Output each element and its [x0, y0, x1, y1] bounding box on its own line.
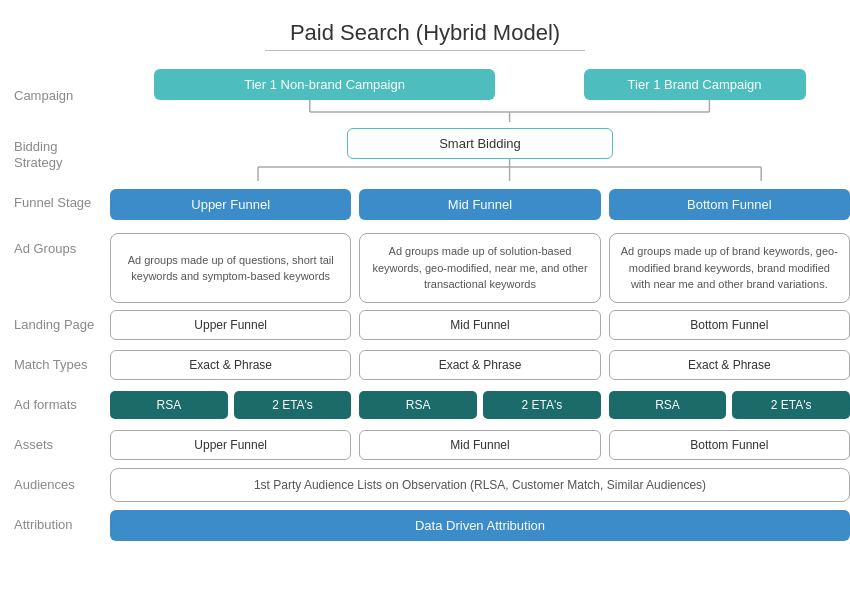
upper-rsa-box: RSA [110, 391, 228, 419]
mid-eta-box: 2 ETA's [483, 391, 601, 419]
campaign-label: Campaign [0, 88, 110, 104]
mid-funnel-col: Mid Funnel [359, 189, 600, 220]
landing-content: Upper Funnel Mid Funnel Bottom Funnel [110, 310, 850, 340]
campaign-connector [110, 100, 850, 122]
mid-rsa-box: RSA [359, 391, 477, 419]
brand-campaign-box: Tier 1 Brand Campaign [584, 69, 806, 100]
campaign-content: Tier 1 Non-brand Campaign Tier 1 Brand C… [110, 69, 850, 122]
mid-funnel-box: Mid Funnel [359, 189, 600, 220]
bottom-landing-col: Bottom Funnel [609, 310, 850, 340]
title-divider [265, 50, 585, 51]
upper-match-box: Exact & Phrase [110, 350, 351, 380]
bottom-assets-col: Bottom Funnel [609, 430, 850, 460]
bidding-connector [110, 159, 850, 181]
adgroups-row: Ad Groups Ad groups made up of questions… [0, 229, 850, 303]
mid-assets-col: Mid Funnel [359, 430, 600, 460]
upper-match-col: Exact & Phrase [110, 350, 351, 380]
bottom-funnel-col: Bottom Funnel [609, 189, 850, 220]
smart-bidding-box: Smart Bidding [347, 128, 613, 159]
bottom-adgroup-desc: Ad groups made up of brand keywords, geo… [609, 233, 850, 303]
upper-funnel-box: Upper Funnel [110, 189, 351, 220]
landing-label: Landing Page [0, 317, 110, 333]
upper-adgroup-desc: Ad groups made up of questions, short ta… [110, 233, 351, 303]
funnel-row: Funnel Stage Upper Funnel Mid Funnel Bot… [0, 187, 850, 223]
adformats-row: Ad formats RSA 2 ETA's RSA 2 ETA's [0, 387, 850, 423]
upper-assets-box: Upper Funnel [110, 430, 351, 460]
nonbrand-campaign-box: Tier 1 Non-brand Campaign [154, 69, 494, 100]
match-row: Match Types Exact & Phrase Exact & Phras… [0, 347, 850, 383]
bidding-row: Bidding Strategy Smart Bidding [0, 128, 850, 181]
mid-landing-box: Mid Funnel [359, 310, 600, 340]
attribution-content: Data Driven Attribution [110, 510, 850, 541]
mid-match-col: Exact & Phrase [359, 350, 600, 380]
upper-adformats-col: RSA 2 ETA's [110, 391, 351, 419]
bottom-eta-box: 2 ETA's [732, 391, 850, 419]
audiences-label: Audiences [0, 477, 110, 493]
mid-assets-box: Mid Funnel [359, 430, 600, 460]
bidding-content: Smart Bidding [110, 128, 850, 181]
bottom-adformats-pair: RSA 2 ETA's [609, 391, 850, 419]
bottom-funnel-box: Bottom Funnel [609, 189, 850, 220]
bottom-match-col: Exact & Phrase [609, 350, 850, 380]
page-title: Paid Search (Hybrid Model) [0, 20, 850, 46]
bottom-rsa-box: RSA [609, 391, 727, 419]
mid-landing-col: Mid Funnel [359, 310, 600, 340]
attribution-row: Attribution Data Driven Attribution [0, 507, 850, 543]
bottom-match-box: Exact & Phrase [609, 350, 850, 380]
mid-adgroup-col: Ad groups made up of solution-based keyw… [359, 233, 600, 303]
adgroups-content: Ad groups made up of questions, short ta… [110, 233, 850, 303]
match-label: Match Types [0, 357, 110, 373]
campaign-row: Campaign Tier 1 Non-brand Campaign Tier … [0, 69, 850, 122]
assets-label: Assets [0, 437, 110, 453]
landing-row: Landing Page Upper Funnel Mid Funnel Bot… [0, 307, 850, 343]
adformats-label: Ad formats [0, 397, 110, 413]
upper-landing-col: Upper Funnel [110, 310, 351, 340]
mid-match-box: Exact & Phrase [359, 350, 600, 380]
adformats-content: RSA 2 ETA's RSA 2 ETA's RSA 2 ETA's [110, 391, 850, 419]
audiences-content: 1st Party Audience Lists on Observation … [110, 468, 850, 502]
upper-eta-box: 2 ETA's [234, 391, 352, 419]
match-content: Exact & Phrase Exact & Phrase Exact & Ph… [110, 350, 850, 380]
mid-adgroup-desc: Ad groups made up of solution-based keyw… [359, 233, 600, 303]
bottom-assets-box: Bottom Funnel [609, 430, 850, 460]
upper-funnel-col: Upper Funnel [110, 189, 351, 220]
page: Paid Search (Hybrid Model) Campaign Tier… [0, 10, 850, 567]
audiences-row: Audiences 1st Party Audience Lists on Ob… [0, 467, 850, 503]
funnel-content: Upper Funnel Mid Funnel Bottom Funnel [110, 189, 850, 220]
mid-adformats-col: RSA 2 ETA's [359, 391, 600, 419]
attribution-label: Attribution [0, 517, 110, 533]
attribution-box: Data Driven Attribution [110, 510, 850, 541]
audiences-box: 1st Party Audience Lists on Observation … [110, 468, 850, 502]
assets-row: Assets Upper Funnel Mid Funnel Bottom Fu… [0, 427, 850, 463]
bidding-label: Bidding Strategy [0, 139, 110, 170]
adgroups-label: Ad Groups [0, 233, 110, 257]
mid-adformats-pair: RSA 2 ETA's [359, 391, 600, 419]
upper-adgroup-col: Ad groups made up of questions, short ta… [110, 233, 351, 303]
funnel-label: Funnel Stage [0, 189, 110, 211]
upper-adformats-pair: RSA 2 ETA's [110, 391, 351, 419]
bottom-adgroup-col: Ad groups made up of brand keywords, geo… [609, 233, 850, 303]
bottom-adformats-col: RSA 2 ETA's [609, 391, 850, 419]
assets-content: Upper Funnel Mid Funnel Bottom Funnel [110, 430, 850, 460]
upper-landing-box: Upper Funnel [110, 310, 351, 340]
upper-assets-col: Upper Funnel [110, 430, 351, 460]
bottom-landing-box: Bottom Funnel [609, 310, 850, 340]
